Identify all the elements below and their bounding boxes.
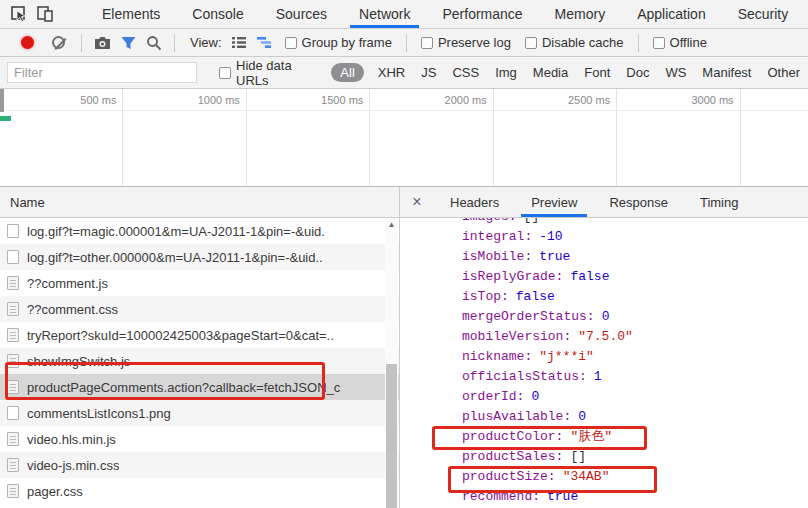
table-row[interactable]: video.hls.min.js — [0, 426, 399, 452]
json-property-row[interactable]: productSales:[] — [462, 447, 808, 467]
scrollbar-thumb[interactable] — [386, 364, 397, 508]
disable-cache-checkbox[interactable]: Disable cache — [525, 35, 624, 50]
panel-tab-label: Elements — [102, 6, 160, 22]
table-row[interactable]: video-js.min.css — [0, 452, 399, 478]
table-row[interactable]: productPageComments.action?callback=fetc… — [0, 374, 399, 400]
json-key: isTop: — [462, 289, 509, 304]
json-property-row[interactable]: isReplyGrade:false — [462, 267, 808, 287]
file-type-icon — [7, 302, 19, 316]
resource-type-filter[interactable]: All — [331, 63, 363, 82]
hide-data-urls-checkbox[interactable]: Hide data URLs — [219, 58, 308, 88]
checkbox-icon — [421, 37, 433, 49]
request-rows: log.gif?t=magic.000001&m=UA-J2011-1&pin=… — [0, 218, 399, 504]
timeline-tick-label: 2500 ms — [568, 94, 610, 106]
resource-type-filter[interactable]: Doc — [624, 63, 651, 82]
resource-type-label: XHR — [378, 65, 405, 80]
resource-type-filter[interactable]: CSS — [450, 63, 481, 82]
group-by-frame-checkbox[interactable]: Group by frame — [285, 35, 392, 50]
table-row[interactable]: ??comment.css — [0, 296, 399, 322]
panel-tab[interactable]: Memory — [546, 0, 615, 28]
table-row[interactable]: log.gif?t=other.000000&m=UA-J2011-1&pin=… — [0, 244, 399, 270]
panel-tab[interactable]: Security — [729, 0, 798, 28]
resource-type-filters: All XHR JS CSS Img Media — [325, 63, 808, 82]
table-row[interactable]: showImgSwitch.js — [0, 348, 399, 374]
resource-type-filter[interactable]: Font — [582, 63, 612, 82]
resource-type-filter[interactable]: JS — [419, 63, 438, 82]
timeline-column: 3000 ms — [617, 89, 740, 186]
resource-type-filter[interactable]: Img — [493, 63, 519, 82]
scroll-up-icon[interactable]: ▲ — [385, 220, 398, 229]
json-property-row[interactable]: orderId:0 — [462, 387, 808, 407]
search-icon[interactable] — [141, 32, 167, 54]
name-column-label: Name — [10, 195, 45, 210]
json-property-row[interactable]: integral:-10 — [462, 227, 808, 247]
table-row[interactable]: pager.css — [0, 478, 399, 504]
resource-type-filter[interactable]: Media — [531, 63, 570, 82]
json-property-row[interactable]: images:[] — [462, 218, 808, 227]
filter-funnel-icon[interactable] — [115, 32, 141, 54]
json-property-row[interactable]: officialsStatus:1 — [462, 367, 808, 387]
close-icon[interactable]: × — [400, 187, 434, 217]
json-property-row[interactable]: mobileVersion:"7.5.0" — [462, 327, 808, 347]
resource-type-filter[interactable]: Manifest — [700, 63, 753, 82]
preserve-log-checkbox[interactable]: Preserve log — [421, 35, 511, 50]
panel-tab-label: Security — [738, 6, 789, 22]
panel-tab[interactable]: Sources — [267, 0, 336, 28]
preview-json-tree[interactable]: images:[] integral:-10 isMobile:true isR… — [400, 218, 808, 508]
json-value: 0 — [602, 309, 610, 324]
group-by-frame-label: Group by frame — [302, 35, 392, 50]
json-property-row[interactable]: productSize:"34AB" — [462, 467, 808, 487]
json-property-row[interactable]: isMobile:true — [462, 247, 808, 267]
resource-type-filter[interactable]: Other — [765, 63, 802, 82]
json-key: recommend: — [462, 489, 540, 504]
detail-tabbar: × Headers Preview Response — [400, 187, 808, 218]
table-row[interactable]: ??comment.js — [0, 270, 399, 296]
json-property-row[interactable]: nickname:"j***i" — [462, 347, 808, 367]
detail-tab[interactable]: Headers — [440, 187, 509, 217]
request-name: ??comment.js — [27, 276, 108, 291]
offline-checkbox[interactable]: Offline — [653, 35, 707, 50]
name-column-header[interactable]: Name — [0, 187, 399, 218]
record-button[interactable] — [21, 36, 34, 49]
json-property-row[interactable]: productColor:"肤色" — [462, 427, 808, 447]
json-property-row[interactable]: recommend:true — [462, 487, 808, 507]
file-type-icon — [7, 458, 19, 472]
table-row[interactable]: commentsListIcons1.png — [0, 400, 399, 426]
device-toolbar-icon[interactable] — [32, 3, 58, 25]
json-value: "j***i" — [539, 349, 594, 364]
request-list-panel: Name log.gif?t=magic.000001&m=UA-J2011-1… — [0, 187, 400, 508]
panel-tab[interactable]: Elements — [93, 0, 169, 28]
checkbox-icon — [219, 67, 231, 79]
json-property-row[interactable]: isTop:false — [462, 287, 808, 307]
filter-input[interactable] — [7, 62, 197, 83]
json-key: integral: — [462, 229, 532, 244]
request-name: tryReport?skuId=100002425003&pageStart=0… — [27, 328, 334, 343]
detail-tab[interactable]: Response — [599, 187, 678, 217]
resource-type-filter[interactable]: WS — [663, 63, 688, 82]
detail-tab[interactable]: Preview — [521, 187, 587, 217]
json-key: plusAvailable: — [462, 409, 571, 424]
request-list-scrollbar[interactable]: ▲ — [385, 218, 398, 508]
capture-screenshots-icon[interactable] — [89, 32, 115, 54]
table-row[interactable]: log.gif?t=magic.000001&m=UA-J2011-1&pin=… — [0, 218, 399, 244]
waterfall-view-icon[interactable] — [252, 32, 278, 54]
panel-tab[interactable]: Console — [183, 0, 252, 28]
inspect-element-icon[interactable] — [6, 3, 32, 25]
list-view-icon[interactable] — [226, 32, 252, 54]
resource-type-label: CSS — [452, 65, 479, 80]
clear-icon[interactable] — [52, 36, 65, 49]
json-property-row[interactable]: plusAvailable:0 — [462, 407, 808, 427]
resource-type-filter[interactable]: XHR — [376, 63, 407, 82]
json-value: 0 — [531, 389, 539, 404]
detail-tab[interactable]: Timing — [690, 187, 749, 217]
panel-tab[interactable]: Application — [628, 0, 715, 28]
table-row[interactable]: tryReport?skuId=100002425003&pageStart=0… — [0, 322, 399, 348]
json-value: [] — [570, 449, 586, 464]
network-toolbar: View: Group by frame Preserve log — [0, 29, 808, 57]
network-overview[interactable]: 500 ms 1000 ms 1500 ms 2000 ms 2500 ms — [0, 89, 808, 187]
resource-type-label: Img — [495, 65, 517, 80]
panel-tab[interactable]: Network — [350, 0, 419, 28]
json-key: productSize: — [462, 469, 556, 484]
panel-tab[interactable]: Performance — [433, 0, 531, 28]
json-property-row[interactable]: mergeOrderStatus:0 — [462, 307, 808, 327]
